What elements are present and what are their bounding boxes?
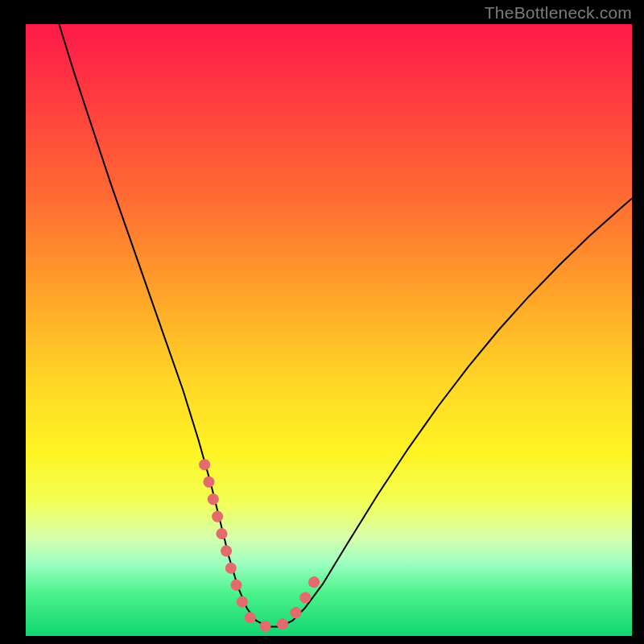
watermark-text: TheBottleneck.com	[485, 3, 632, 23]
curve-layer	[59, 24, 632, 627]
series-bottleneck-curve	[59, 24, 632, 627]
chart-overlay	[0, 0, 644, 644]
chart-frame: TheBottleneck.com	[0, 0, 644, 644]
series-marker-band	[204, 464, 320, 626]
